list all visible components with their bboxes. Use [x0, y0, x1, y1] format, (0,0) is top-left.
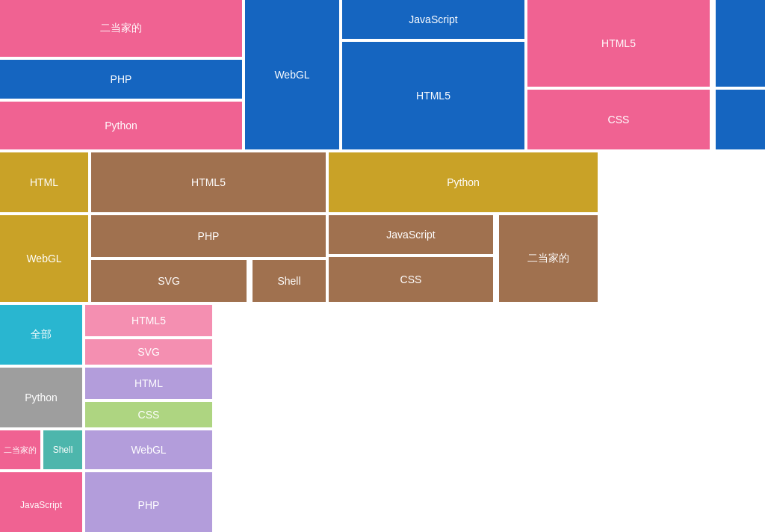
cell-html5-2[interactable]: HTML5	[91, 152, 329, 215]
cell-javascript-1[interactable]: JavaScript	[342, 0, 527, 42]
cell-javascript-2[interactable]: JavaScript	[329, 215, 496, 257]
cell-javascript-3[interactable]: JavaScript	[0, 472, 85, 532]
cell-blue-bottom-right[interactable]	[713, 90, 765, 149]
cell-shell-2[interactable]: Shell	[250, 260, 329, 302]
cell-css-2[interactable]: CSS	[329, 257, 496, 302]
cell-python-3[interactable]: Python	[0, 368, 85, 430]
treemap-section-2: HTML WebGL HTML5 PHP SVG Shell	[0, 152, 598, 302]
cell-erwang-1[interactable]: 二当家的	[0, 0, 245, 60]
cell-blue-top-right[interactable]	[713, 0, 765, 90]
cell-shell-3[interactable]: Shell	[43, 430, 85, 472]
cell-php-2[interactable]: PHP	[91, 215, 329, 260]
cell-svg-3[interactable]: SVG	[85, 339, 212, 368]
cell-svg-1[interactable]: WebGL	[245, 0, 342, 149]
cell-html-3[interactable]: HTML	[85, 368, 212, 402]
cell-html5-3[interactable]: HTML5	[85, 305, 212, 339]
cell-html5-1[interactable]: HTML5	[527, 0, 713, 90]
cell-erwang-3[interactable]: 二当家的	[0, 430, 43, 472]
cell-css-1[interactable]: CSS	[527, 90, 713, 149]
cell-html-2[interactable]: HTML	[0, 152, 91, 215]
cell-webgl-3[interactable]: WebGL	[85, 430, 212, 472]
cell-css-3[interactable]: CSS	[85, 402, 212, 430]
cell-webgl-1[interactable]: HTML5	[342, 42, 527, 149]
cell-webgl-2[interactable]: WebGL	[0, 215, 91, 302]
cell-php-1[interactable]: PHP	[0, 60, 245, 102]
cell-python-2[interactable]: Python	[329, 152, 598, 215]
cell-erwang-2[interactable]: 二当家的	[496, 215, 598, 302]
cell-php-3[interactable]: PHP	[85, 472, 212, 532]
cell-quanbu[interactable]: 全部	[0, 305, 85, 368]
treemap-section-3: 全部 Python 二当家的 Shell JavaScript HTML5	[0, 305, 212, 532]
cell-python-1[interactable]: Python	[0, 102, 245, 149]
treemap-section-1: 二当家的 PHP Python WebGL JavaScript HTML5	[0, 0, 765, 149]
cell-svg-2[interactable]: SVG	[91, 260, 250, 302]
